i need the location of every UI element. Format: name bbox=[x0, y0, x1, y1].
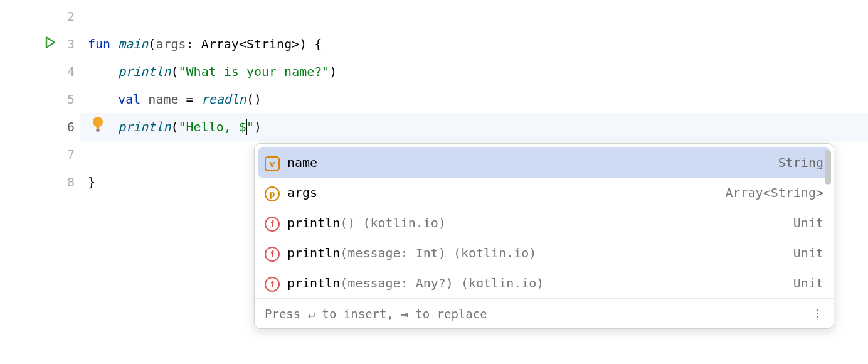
completion-type: Unit bbox=[793, 276, 823, 291]
completion-signature: (message: Any?) (kotlin.io) bbox=[340, 276, 544, 291]
function-icon: f bbox=[265, 276, 280, 291]
variable-icon: v bbox=[265, 155, 280, 170]
completion-type: String bbox=[778, 155, 823, 170]
gutter: 2 3 4 5 6 7 8 bbox=[0, 0, 80, 364]
function-icon: f bbox=[265, 215, 280, 230]
completion-footer: Press ↵ to insert, ⇥ to replace bbox=[255, 298, 834, 328]
completion-item[interactable]: p args Array<String> bbox=[258, 178, 830, 208]
keyword: val bbox=[118, 92, 140, 107]
function-call: println bbox=[118, 119, 171, 134]
class-name: Array bbox=[201, 36, 239, 51]
class-name: String bbox=[246, 36, 292, 51]
gutter-row[interactable]: 7 bbox=[0, 141, 80, 168]
line-number: 4 bbox=[56, 64, 75, 79]
line-number: 8 bbox=[56, 174, 75, 190]
completion-name: println bbox=[287, 276, 340, 291]
code-line[interactable] bbox=[88, 3, 868, 30]
function-icon: f bbox=[265, 245, 280, 260]
function-call: println bbox=[118, 64, 171, 79]
completion-type: Array<String> bbox=[725, 185, 823, 200]
svg-rect-2 bbox=[97, 131, 99, 132]
gutter-row[interactable]: 3 bbox=[0, 30, 80, 58]
line-number: 3 bbox=[56, 36, 75, 51]
parameter: args bbox=[156, 36, 186, 51]
completion-signature: (message: Int) (kotlin.io) bbox=[340, 245, 536, 260]
completion-popup: v name String p args Array<String> f pri… bbox=[254, 143, 834, 329]
code-line-current[interactable]: println("Hello, $") bbox=[80, 113, 868, 141]
string-literal: "What is your name?" bbox=[179, 64, 330, 79]
code-line[interactable]: println("What is your name?") bbox=[88, 58, 868, 85]
gutter-row[interactable]: 5 bbox=[0, 85, 80, 113]
keyword: fun bbox=[88, 36, 110, 51]
parameter-icon: p bbox=[265, 185, 280, 200]
gutter-row[interactable]: 4 bbox=[0, 58, 80, 85]
line-number: 2 bbox=[56, 9, 75, 24]
scrollbar-thumb[interactable] bbox=[825, 150, 831, 185]
line-number: 5 bbox=[56, 92, 75, 107]
completion-hint: Press ↵ to insert, ⇥ to replace bbox=[265, 307, 811, 321]
completion-item[interactable]: v name String bbox=[258, 147, 830, 178]
completion-name: println bbox=[287, 215, 340, 230]
completion-signature: () (kotlin.io) bbox=[340, 215, 446, 230]
identifier: name bbox=[148, 92, 178, 107]
completion-name: println bbox=[287, 245, 340, 260]
svg-rect-1 bbox=[96, 129, 100, 131]
code-line[interactable]: fun main(args: Array<String>) { bbox=[88, 30, 868, 58]
string-literal: "Hello, $ bbox=[179, 119, 246, 134]
function-call: readln bbox=[201, 92, 246, 107]
intention-bulb-icon[interactable] bbox=[91, 115, 105, 136]
string-literal: " bbox=[246, 119, 254, 134]
gutter-row[interactable]: 8 bbox=[0, 168, 80, 196]
gutter-row[interactable]: 6 bbox=[0, 113, 80, 141]
completion-type: Unit bbox=[793, 245, 823, 260]
line-number: 6 bbox=[56, 119, 75, 134]
function-name: main bbox=[118, 36, 148, 51]
completion-item[interactable]: f println (message: Int) (kotlin.io) Uni… bbox=[258, 238, 830, 268]
run-icon[interactable] bbox=[44, 36, 56, 52]
line-number: 7 bbox=[56, 147, 75, 162]
closing-brace: } bbox=[88, 174, 95, 190]
more-icon[interactable] bbox=[811, 309, 823, 318]
completion-name: args bbox=[287, 185, 317, 200]
svg-point-0 bbox=[93, 117, 103, 127]
completion-item[interactable]: f println (message: Any?) (kotlin.io) Un… bbox=[258, 268, 830, 298]
completion-name: name bbox=[287, 155, 317, 170]
gutter-row[interactable]: 2 bbox=[0, 3, 80, 30]
completion-list: v name String p args Array<String> f pri… bbox=[255, 144, 834, 298]
code-line[interactable]: val name = readln() bbox=[88, 85, 868, 113]
completion-type: Unit bbox=[793, 215, 823, 230]
completion-item[interactable]: f println () (kotlin.io) Unit bbox=[258, 208, 830, 238]
